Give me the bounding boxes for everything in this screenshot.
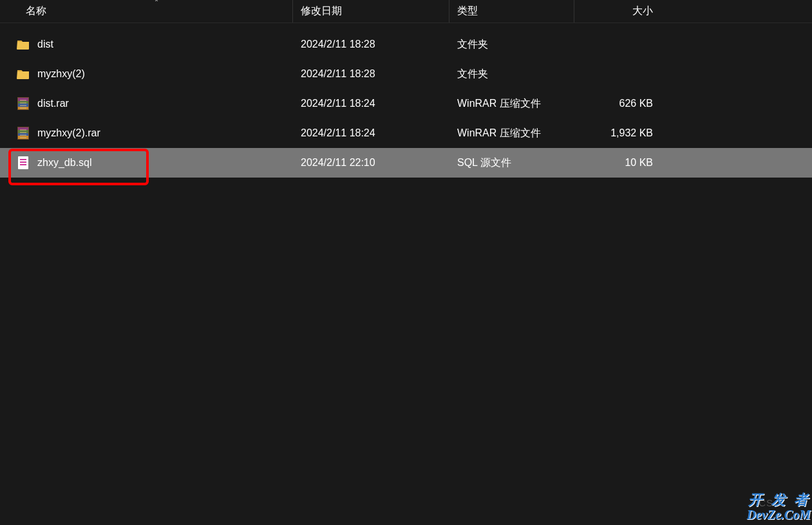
file-date: 2024/2/11 22:10 [301,157,375,169]
rar-archive-icon [17,127,30,140]
file-row[interactable]: dist.rar 2024/2/11 18:24 WinRAR 压缩文件 626… [0,89,812,118]
file-type: WinRAR 压缩文件 [457,127,541,140]
file-type: 文件夹 [457,38,488,51]
file-list: dist 2024/2/11 18:28 文件夹 myzhxy(2) 2024/… [0,23,812,178]
file-row[interactable]: zhxy_db.sql 2024/2/11 22:10 SQL 源文件 10 K… [0,148,812,178]
file-date: 2024/2/11 18:24 [301,98,375,109]
file-row[interactable]: dist 2024/2/11 18:28 文件夹 [0,30,812,59]
sort-ascending-icon: ˄ [155,0,158,8]
folder-icon [17,38,30,51]
column-header-size[interactable]: 大小 [574,0,665,23]
column-header-type-label: 类型 [457,5,478,18]
file-size: 1,932 KB [610,127,653,139]
file-row[interactable]: myzhxy(2) 2024/2/11 18:28 文件夹 [0,59,812,89]
sql-file-icon [17,156,30,169]
watermark-line2: DevZe.CoM [747,508,811,522]
rar-archive-icon [17,97,30,110]
column-header-row: 名称 ˄ 修改日期 类型 大小 [0,0,812,23]
watermark-line1: 开 发 者 [747,492,811,508]
file-date: 2024/2/11 18:24 [301,127,375,139]
file-date: 2024/2/11 18:28 [301,68,375,80]
column-header-type[interactable]: 类型 [449,0,574,23]
file-type: SQL 源文件 [457,156,511,170]
watermark: 开 发 者 DevZe.CoM [747,492,811,522]
file-size: 626 KB [619,98,653,109]
file-row[interactable]: myzhxy(2).rar 2024/2/11 18:24 WinRAR 压缩文… [0,118,812,148]
column-header-size-label: 大小 [632,5,653,18]
folder-icon [17,68,30,80]
file-date: 2024/2/11 18:28 [301,39,375,50]
column-header-date[interactable]: 修改日期 [293,0,449,23]
column-header-name-label: 名称 [26,5,46,18]
file-name: zhxy_db.sql [37,157,92,169]
file-name: dist [37,39,53,50]
file-size: 10 KB [625,157,653,169]
column-header-name[interactable]: 名称 ˄ [0,0,293,23]
file-name: dist.rar [37,98,69,109]
file-type: WinRAR 压缩文件 [457,97,541,111]
file-name: myzhxy(2) [37,68,85,80]
column-header-date-label: 修改日期 [301,5,342,18]
file-type: 文件夹 [457,68,488,81]
file-name: myzhxy(2).rar [37,127,100,139]
